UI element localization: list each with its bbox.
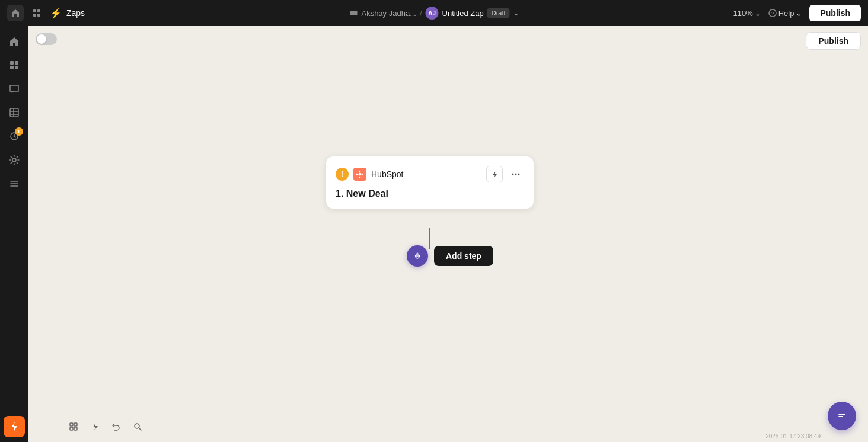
zap-name-chevron-icon[interactable]: ⌄ bbox=[513, 9, 519, 17]
svg-point-19 bbox=[359, 173, 362, 176]
main-area: 1 bbox=[0, 26, 868, 442]
breadcrumb-separator: / bbox=[420, 9, 422, 18]
sidebar-item-messages[interactable] bbox=[4, 78, 25, 100]
sidebar-item-home[interactable] bbox=[4, 31, 25, 52]
svg-point-22 bbox=[356, 174, 358, 175]
sidebar-bottom bbox=[4, 416, 25, 437]
zap-bolt-icon: ⚡ bbox=[50, 8, 62, 19]
add-step-area: Add step bbox=[407, 245, 493, 267]
hubspot-logo bbox=[353, 168, 366, 181]
svg-rect-2 bbox=[33, 14, 36, 17]
add-step-circle-button[interactable] bbox=[407, 245, 428, 267]
breadcrumb-center: Akshay Jadha... / AJ Untitled Zap Draft … bbox=[349, 7, 518, 20]
sidebar-item-zap-active[interactable] bbox=[4, 416, 25, 437]
add-step-button[interactable]: Add step bbox=[434, 246, 493, 266]
sidebar-item-grid[interactable] bbox=[4, 55, 25, 76]
toolbar-bolt-button[interactable] bbox=[85, 417, 104, 436]
toolbar-grid-button[interactable] bbox=[64, 417, 83, 436]
svg-point-23 bbox=[362, 174, 363, 175]
svg-rect-31 bbox=[74, 427, 77, 430]
draft-badge: Draft bbox=[487, 8, 510, 18]
breadcrumb-user[interactable]: Akshay Jadha... bbox=[361, 9, 416, 18]
svg-rect-28 bbox=[70, 423, 73, 426]
app-name-label: HubSpot bbox=[371, 169, 481, 179]
user-avatar: AJ bbox=[426, 7, 439, 20]
zap-node-card[interactable]: ! HubSpot bbox=[326, 156, 534, 209]
svg-point-20 bbox=[359, 171, 360, 172]
sidebar-item-history[interactable]: 1 bbox=[4, 126, 25, 147]
chat-bubble-button[interactable] bbox=[828, 402, 856, 430]
help-chevron-icon: ⌄ bbox=[796, 9, 802, 18]
svg-rect-1 bbox=[37, 9, 40, 12]
svg-point-25 bbox=[515, 174, 517, 175]
svg-rect-9 bbox=[15, 66, 18, 69]
home-button[interactable] bbox=[7, 5, 24, 21]
chat-icon bbox=[835, 409, 849, 423]
sidebar-item-tables[interactable] bbox=[4, 102, 25, 123]
step-label: 1. New Deal bbox=[336, 188, 524, 199]
warning-icon: ! bbox=[336, 168, 349, 181]
bottom-toolbar bbox=[64, 417, 147, 436]
svg-rect-8 bbox=[10, 66, 14, 69]
toggle-knob bbox=[37, 34, 46, 44]
test-button[interactable] bbox=[486, 166, 503, 182]
toolbar-search-button[interactable] bbox=[128, 417, 147, 436]
svg-text:?: ? bbox=[771, 11, 774, 17]
sidebar-item-menu[interactable] bbox=[4, 173, 25, 194]
zap-node-header: ! HubSpot bbox=[336, 166, 524, 182]
timestamp-label: 2025-01-17 23:08:49 bbox=[765, 433, 821, 440]
svg-point-15 bbox=[12, 158, 16, 162]
svg-rect-0 bbox=[33, 9, 36, 12]
svg-rect-6 bbox=[10, 61, 14, 65]
canvas-toggle-area bbox=[36, 33, 57, 45]
history-badge: 1 bbox=[15, 127, 23, 136]
publish-button[interactable]: Publish bbox=[809, 5, 861, 21]
svg-rect-3 bbox=[37, 14, 40, 17]
zap-name-label[interactable]: Untitled Zap bbox=[442, 9, 484, 18]
zoom-control[interactable]: 110% ⌄ bbox=[733, 9, 761, 18]
grid-button[interactable] bbox=[28, 5, 45, 21]
svg-point-26 bbox=[518, 174, 520, 175]
help-button[interactable]: ? Help ⌄ bbox=[768, 9, 803, 18]
sidebar: 1 bbox=[0, 26, 28, 442]
svg-rect-10 bbox=[10, 108, 18, 117]
zaps-nav-label[interactable]: Zaps bbox=[66, 8, 85, 18]
folder-icon bbox=[349, 9, 358, 17]
svg-point-24 bbox=[512, 174, 514, 175]
svg-point-34 bbox=[836, 410, 848, 422]
zoom-level-label: 110% bbox=[733, 9, 752, 18]
canvas-publish-button[interactable]: Publish bbox=[806, 32, 861, 50]
top-bar-right: 110% ⌄ ? Help ⌄ Publish bbox=[733, 5, 861, 21]
sidebar-item-settings[interactable] bbox=[4, 149, 25, 171]
zoom-chevron-icon: ⌄ bbox=[755, 9, 761, 18]
help-circle-icon: ? bbox=[768, 9, 777, 17]
more-options-button[interactable] bbox=[508, 166, 524, 182]
svg-rect-7 bbox=[15, 61, 18, 65]
svg-rect-29 bbox=[74, 423, 77, 426]
toggle-switch[interactable] bbox=[36, 33, 57, 45]
canvas[interactable]: Publish ! HubSpot bbox=[28, 26, 868, 442]
help-label: Help bbox=[778, 9, 794, 18]
toolbar-undo-button[interactable] bbox=[107, 417, 126, 436]
svg-line-33 bbox=[139, 428, 141, 430]
svg-rect-30 bbox=[70, 427, 73, 430]
svg-point-21 bbox=[359, 177, 360, 178]
top-bar: ⚡ Zaps Akshay Jadha... / AJ Untitled Zap… bbox=[0, 0, 868, 26]
